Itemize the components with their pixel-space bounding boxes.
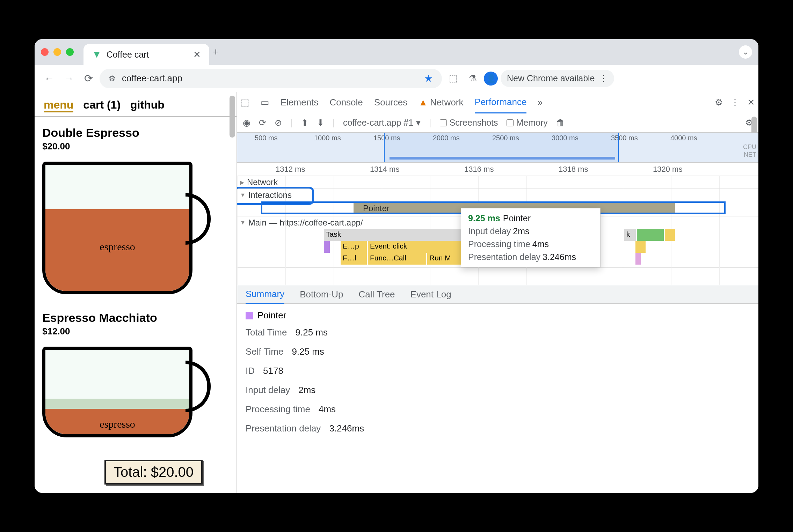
bookmark-star-icon[interactable]: ★ xyxy=(424,73,433,84)
reload-record-icon[interactable]: ⟳ xyxy=(259,118,266,128)
nav-menu[interactable]: menu xyxy=(44,98,73,112)
product-name: Double Espresso xyxy=(42,126,229,140)
overview-tick: 500 ms xyxy=(255,134,278,142)
perf-tooltip: 9.25 msPointer Input delay2ms Processing… xyxy=(461,208,601,267)
perf-overview[interactable]: 500 ms 1000 ms 1500 ms 2000 ms 2500 ms 3… xyxy=(237,133,758,163)
app-pane: menu cart (1) github Double Espresso $20… xyxy=(35,92,237,493)
tab-performance[interactable]: Performance xyxy=(475,97,527,113)
reload-button[interactable]: ⟳ xyxy=(80,70,97,87)
flame-tick: 1312 ms xyxy=(276,165,305,174)
device-toolbar-icon[interactable]: ▭ xyxy=(261,97,269,108)
tab-title: Coffee cart xyxy=(107,50,149,60)
tab-calltree[interactable]: Call Tree xyxy=(359,289,395,300)
summary-tabs: Summary Bottom-Up Call Tree Event Log xyxy=(237,285,758,304)
tab-elements[interactable]: Elements xyxy=(281,97,318,108)
track-network-label: Network xyxy=(247,177,278,187)
tab-close-icon[interactable]: ✕ xyxy=(193,49,201,60)
screenshots-checkbox[interactable]: Screenshots xyxy=(440,118,498,128)
vue-icon: ▼ xyxy=(92,49,102,60)
flame-tick: 1316 ms xyxy=(464,165,494,174)
tab-sources[interactable]: Sources xyxy=(374,97,407,108)
flame-chart[interactable]: 1312 ms 1314 ms 1316 ms 1318 ms 1320 ms … xyxy=(237,163,758,285)
flame-tick: 1314 ms xyxy=(370,165,399,174)
settings-icon[interactable]: ⚙ xyxy=(715,97,723,108)
overview-tick: 1000 ms xyxy=(314,134,341,142)
extensions-icon[interactable]: ⬚ xyxy=(445,70,461,87)
upload-icon[interactable]: ⬆ xyxy=(301,118,308,128)
content-area: menu cart (1) github Double Espresso $20… xyxy=(35,92,758,493)
kebab-icon[interactable]: ⋮ xyxy=(730,97,740,108)
flame-tick: 1318 ms xyxy=(559,165,588,174)
tab-network[interactable]: ▲ Network xyxy=(419,97,463,108)
close-icon[interactable] xyxy=(41,48,49,56)
overview-net-label: NET xyxy=(743,151,756,158)
cup-label: espresso xyxy=(45,418,189,430)
labs-icon[interactable]: ⚗ xyxy=(464,70,481,87)
tab-summary[interactable]: Summary xyxy=(246,289,284,304)
flame-task[interactable] xyxy=(635,253,642,265)
site-settings-icon[interactable]: ⚙ xyxy=(109,74,116,83)
gc-icon[interactable]: 🗑 xyxy=(556,118,565,128)
flame-task[interactable] xyxy=(635,241,647,253)
tab-console[interactable]: Console xyxy=(329,97,363,108)
overview-tick: 4000 ms xyxy=(670,134,697,142)
omnibox[interactable]: ⚙ coffee-cart.app ★ xyxy=(100,69,442,88)
summary-panel: Pointer Total Time9.25 ms Self Time9.25 … xyxy=(237,304,758,449)
collapse-icon[interactable]: ▶ xyxy=(240,179,244,186)
tooltip-type: Pointer xyxy=(503,213,531,223)
app-scrollbar[interactable] xyxy=(230,96,235,138)
flame-event-click[interactable]: Event: click xyxy=(368,241,469,253)
new-tab-button[interactable]: + xyxy=(213,46,219,58)
cup-graphic[interactable]: espresso xyxy=(42,347,192,437)
tooltip-duration: 9.25 ms xyxy=(468,213,500,223)
kebab-icon: ⋮ xyxy=(599,73,608,83)
devtools-tabs: ⬚ ▭ Elements Console Sources ▲ Network P… xyxy=(237,92,758,113)
product-price: $20.00 xyxy=(42,141,229,152)
devtools-close-icon[interactable]: ✕ xyxy=(747,97,755,108)
flame-task[interactable] xyxy=(324,241,331,253)
product-card: Espresso Macchiato $12.00 xyxy=(35,302,237,339)
nav-cart[interactable]: cart (1) xyxy=(83,98,121,112)
devtools-pane: ⬚ ▭ Elements Console Sources ▲ Network P… xyxy=(237,92,758,493)
download-icon[interactable]: ⬇ xyxy=(317,118,324,128)
titlebar: ▼ Coffee cart ✕ + ⌄ xyxy=(35,39,758,65)
clear-icon[interactable]: ⊘ xyxy=(275,118,282,128)
flame-tick: 1320 ms xyxy=(653,165,682,174)
record-icon[interactable]: ◉ xyxy=(243,118,250,128)
minimize-icon[interactable] xyxy=(53,48,61,56)
cup-graphic[interactable]: espresso xyxy=(42,162,192,294)
profile-selector[interactable]: coffee-cart.app #1 ▾ xyxy=(343,118,421,128)
maximize-icon[interactable] xyxy=(66,48,74,56)
tab-menu-button[interactable]: ⌄ xyxy=(739,45,752,59)
profile-avatar[interactable]: 👤 xyxy=(484,72,498,86)
flame-event[interactable]: E…p xyxy=(341,241,368,253)
overview-cpu-label: CPU xyxy=(743,143,756,151)
flame-fncall[interactable]: Func…Call xyxy=(368,253,427,265)
product-name: Espresso Macchiato xyxy=(42,311,229,325)
color-swatch xyxy=(246,312,253,319)
browser-window: ▼ Coffee cart ✕ + ⌄ ← → ⟳ ⚙ coffee-cart.… xyxy=(35,39,758,493)
nav-github[interactable]: github xyxy=(130,98,165,112)
chrome-update-chip[interactable]: New Chrome available ⋮ xyxy=(501,70,614,87)
more-tabs-icon[interactable]: » xyxy=(538,97,543,108)
url-text: coffee-cart.app xyxy=(122,73,182,84)
summary-title: Pointer xyxy=(257,310,286,321)
app-nav: menu cart (1) github xyxy=(35,92,237,117)
product-price: $12.00 xyxy=(42,326,229,337)
memory-checkbox[interactable]: Memory xyxy=(507,118,548,128)
flame-task[interactable] xyxy=(637,229,665,241)
browser-tab[interactable]: ▼ Coffee cart ✕ xyxy=(83,44,209,65)
traffic-lights xyxy=(41,48,74,56)
flame-task[interactable]: Task xyxy=(324,229,471,241)
back-button[interactable]: ← xyxy=(41,70,58,87)
cup-label: espresso xyxy=(45,241,189,253)
tab-eventlog[interactable]: Event Log xyxy=(410,289,451,300)
forward-button[interactable]: → xyxy=(60,70,77,87)
cart-total-badge[interactable]: Total: $20.00 xyxy=(104,460,203,485)
flame-task[interactable] xyxy=(665,229,676,241)
inspect-icon[interactable]: ⬚ xyxy=(241,97,249,108)
tab-bottomup[interactable]: Bottom-Up xyxy=(300,289,343,300)
flame-fn[interactable]: F…l xyxy=(341,253,368,265)
warning-icon: ▲ xyxy=(419,97,428,108)
flame-task[interactable]: k xyxy=(624,229,637,241)
